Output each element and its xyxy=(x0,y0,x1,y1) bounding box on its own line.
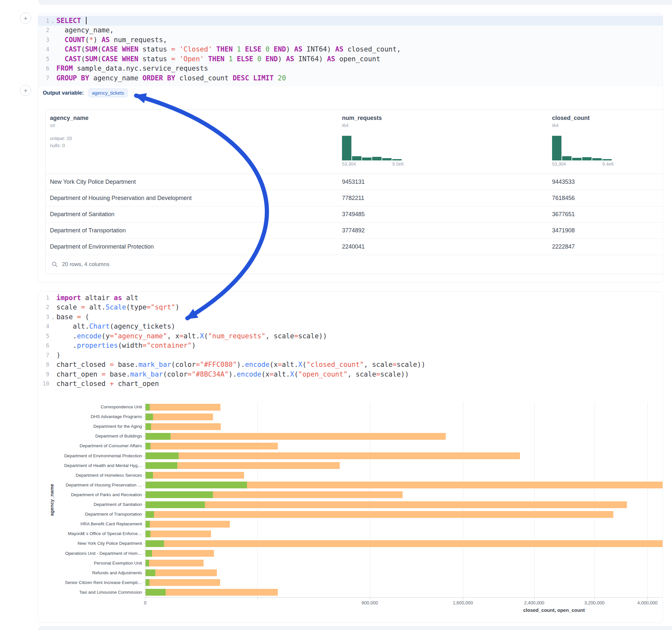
table-row[interactable]: Department of Housing Preservation and D… xyxy=(46,190,663,207)
y-axis-tick xyxy=(143,417,145,417)
y-axis-tick xyxy=(143,436,145,437)
code-text: SELECT xyxy=(56,17,87,25)
y-axis-tick xyxy=(143,485,145,485)
table-cell: 9453131 xyxy=(338,178,548,185)
y-axis-tick-label: Department of Homeless Services xyxy=(38,473,142,478)
y-axis-tick-label: Correspondence Unit xyxy=(38,405,142,410)
bar-open_count xyxy=(146,404,150,411)
column-type: str xyxy=(50,122,338,128)
gridline xyxy=(370,402,370,597)
table-header: agency_namestrunique: 20nulls: 0num_requ… xyxy=(46,110,663,174)
column-meta: nulls: 0 xyxy=(50,143,338,148)
table-row-count: 20 rows, 4 columns xyxy=(62,261,109,268)
y-axis-tick xyxy=(143,407,145,407)
bar-open_count xyxy=(146,491,213,498)
bar-open_count xyxy=(146,589,166,596)
bar-closed_count xyxy=(146,560,203,566)
x-axis-tick-label: 1,600,000 xyxy=(453,600,473,605)
y-axis-tick-label: Taxi and Limousine Commission xyxy=(38,590,142,595)
bar-closed_count xyxy=(146,453,520,459)
chart-plot-area xyxy=(145,402,663,598)
table-cell: Department of Sanitation xyxy=(46,211,338,218)
bar-closed_count xyxy=(146,443,278,450)
bar-open_count xyxy=(146,433,170,440)
y-axis-tick xyxy=(143,476,145,476)
code-line: 6FROM sample_data.nyc.service_requests xyxy=(38,64,663,74)
table-row[interactable]: Department of Transportation377489234719… xyxy=(46,223,663,239)
gridline xyxy=(647,402,648,597)
bar-closed_count xyxy=(146,511,613,518)
histogram-bar xyxy=(592,158,602,160)
y-axis-tick-label: DHS Advantage Programs xyxy=(38,414,142,419)
column-header-agency_name[interactable]: agency_namestrunique: 20nulls: 0 xyxy=(46,110,338,174)
bar-open_count xyxy=(146,531,150,537)
fold-spacer xyxy=(49,29,56,31)
line-number: 6 xyxy=(38,65,49,72)
table-cell: 9443533 xyxy=(548,178,663,185)
code-text: CAST(SUM(CASE WHEN status = 'Closed' THE… xyxy=(56,45,401,53)
line-number: 4 xyxy=(38,46,49,52)
x-axis-tick-label: 0 xyxy=(144,600,146,605)
output-variable-row: Output variable: agency_tickets xyxy=(38,86,663,100)
column-type: i64 xyxy=(552,122,663,128)
y-axis-tick-label: Personal Exemption Unit xyxy=(38,561,142,566)
table-cell: 2222847 xyxy=(548,243,663,250)
previous-cell-edge xyxy=(39,0,672,4)
altair-chart: closed_count, open_count agency_name 080… xyxy=(38,292,663,623)
fold-spacer xyxy=(49,77,56,79)
output-variable-chip[interactable]: agency_tickets xyxy=(89,89,128,97)
bar-closed_count xyxy=(146,404,220,411)
bar-open_count xyxy=(146,511,154,518)
x-axis-tick xyxy=(463,597,463,599)
histogram-bar xyxy=(572,158,581,161)
y-axis-tick xyxy=(143,592,145,593)
table-cell: 7618456 xyxy=(548,195,663,201)
table-row[interactable]: Department of Sanitation37494853677651 xyxy=(46,207,663,223)
bar-closed_count xyxy=(146,531,211,537)
fold-chevron-icon[interactable]: ⌄ xyxy=(49,18,56,24)
y-axis-tick-label: Department of Environmental Protection xyxy=(38,453,142,459)
line-number: 5 xyxy=(38,56,49,62)
column-histogram xyxy=(552,136,614,161)
histogram-bar xyxy=(552,136,561,161)
table-row[interactable]: Department of Environmental Protection22… xyxy=(46,239,663,255)
fold-spacer xyxy=(49,39,56,41)
table-cell: 3677651 xyxy=(548,211,663,218)
y-axis-tick xyxy=(143,427,145,427)
bar-closed_count xyxy=(146,433,446,440)
y-axis-tick-label: Department of Housing Preservation … xyxy=(38,483,142,488)
code-line: 7GROUP BY agency_name ORDER BY closed_co… xyxy=(38,73,663,83)
column-header-num_requests[interactable]: num_requestsi6453,3049.5e6 xyxy=(338,110,548,174)
bar-open_count xyxy=(146,540,164,547)
histogram-bar xyxy=(602,159,612,160)
code-text: agency_name, xyxy=(56,26,114,34)
column-header-closed_count[interactable]: closed_counti6453,3049.4e6 xyxy=(548,110,663,174)
table-row[interactable]: New York City Police Department945313194… xyxy=(46,174,663,190)
code-line: 3 COUNT(*) AS num_requests, xyxy=(38,35,663,45)
code-line: 1⌄SELECT xyxy=(38,16,663,26)
column-name: agency_name xyxy=(50,115,338,122)
bar-closed_count xyxy=(146,413,213,420)
bar-open_count xyxy=(146,413,153,420)
table-cell: 7782211 xyxy=(338,195,548,201)
y-axis-tick-label: Department of Transportation xyxy=(38,512,142,517)
line-number: 1 xyxy=(38,18,49,24)
y-axis-tick-label: Department for the Aging xyxy=(38,424,142,429)
bar-open_count xyxy=(146,423,151,430)
x-axis-tick-label: 2,400,000 xyxy=(524,600,544,605)
code-line: 5 CAST(SUM(CASE WHEN status = 'Open' THE… xyxy=(38,54,663,64)
sql-code-editor[interactable]: 1⌄SELECT 2 agency_name,3 COUNT(*) AS num… xyxy=(38,13,663,86)
x-axis-tick xyxy=(595,597,595,599)
add-cell-button-top[interactable]: + xyxy=(20,13,31,24)
y-axis-tick-label: Operations Unit - Department of Hom… xyxy=(38,551,142,556)
column-meta: unique: 20 xyxy=(50,136,338,141)
output-variable-label: Output variable: xyxy=(43,90,84,96)
y-axis-tick-label: Department of Health and Mental Hyg… xyxy=(38,463,142,468)
bar-open_count xyxy=(146,501,205,508)
search-icon[interactable] xyxy=(51,261,58,268)
histogram-range: 53,3049.4e6 xyxy=(552,162,614,167)
histogram-range: 53,3049.5e6 xyxy=(342,162,404,167)
histogram-bar xyxy=(362,158,371,160)
fold-spacer xyxy=(49,58,56,59)
add-cell-button-output[interactable]: + xyxy=(20,85,31,96)
